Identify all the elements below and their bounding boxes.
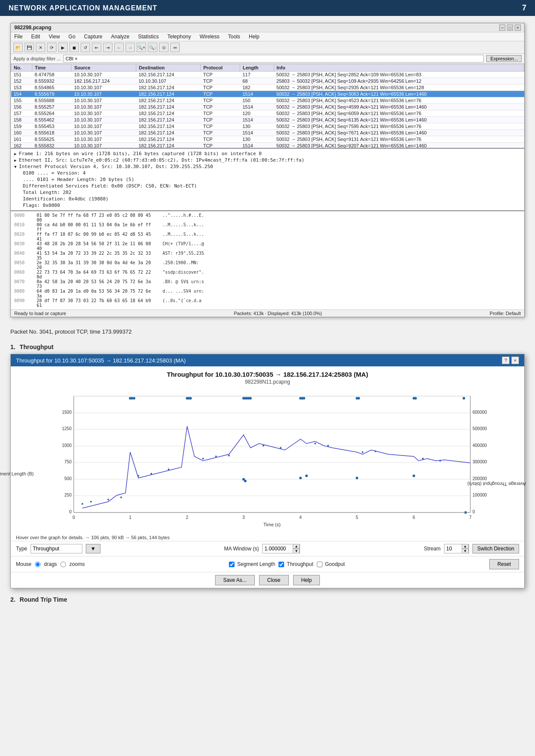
dialog-question-button[interactable]: ?	[502, 356, 510, 364]
toolbar-start[interactable]: ▶	[58, 43, 68, 52]
type-dropdown-btn[interactable]: ▼	[86, 544, 100, 553]
help-button[interactable]: Help	[293, 575, 320, 585]
table-row[interactable]: 1588.55546210.10.30.107182.156.217.124TC…	[11, 117, 524, 123]
minimize-button[interactable]: ─	[499, 25, 505, 31]
stream-up[interactable]: ▲	[462, 544, 469, 549]
detail-frame[interactable]: Frame 1: 216 bytes on wire (1728 bits), …	[14, 150, 521, 157]
hex-ascii: ..M.....S...k...	[163, 232, 204, 241]
cell-no: 159	[11, 123, 32, 130]
drags-label[interactable]: drags	[44, 561, 57, 567]
toolbar-close[interactable]: ✕	[36, 43, 45, 52]
table-row[interactable]: 1518.47475810.10.30.107182.156.217.124TC…	[11, 72, 524, 78]
cell-time: 8.555453	[32, 123, 72, 130]
detail-ip[interactable]: Internet Protocol Version 4, Src: 10.10.…	[14, 163, 521, 170]
cell-proto: TCP	[200, 104, 240, 110]
svg-text:0: 0	[472, 509, 475, 514]
toolbar-scroll-first[interactable]: ⇤	[92, 43, 101, 52]
ma-window-up[interactable]: ▲	[293, 544, 300, 549]
table-row[interactable]: 1608.55561810.10.30.107182.156.217.124TC…	[11, 130, 524, 136]
goodput-label[interactable]: Goodput	[325, 561, 345, 567]
statusbar: Ready to load or capture Packets: 413k ·…	[11, 309, 524, 317]
reset-button[interactable]: Reset	[489, 559, 519, 569]
menu-file[interactable]: File	[13, 33, 24, 40]
menu-analyze[interactable]: Analyze	[110, 33, 131, 40]
hex-row: 001000 ca 4d b0 00 00 01 11 53 04 0a 1e …	[14, 222, 521, 232]
hex-ascii: .BX: @ SV$ urn:s	[163, 279, 204, 289]
table-row[interactable]: 1628.55583210.10.30.107182.156.217.124TC…	[11, 143, 524, 148]
toolbar-zoom-out[interactable]: 🔍-	[148, 43, 157, 52]
menu-statistics[interactable]: Statistics	[136, 33, 160, 40]
toolbar-save[interactable]: 💾	[25, 43, 34, 52]
ma-window-down[interactable]: ▼	[293, 549, 300, 553]
menu-view[interactable]: View	[47, 33, 62, 40]
toolbar-zoom-reset[interactable]: ⊙	[159, 43, 169, 52]
mouse-radio-group: Mouse drags zooms	[16, 561, 84, 567]
toolbar-scroll-last[interactable]: ⇥	[103, 43, 113, 52]
drags-radio[interactable]	[35, 562, 41, 567]
segment-length-checkbox[interactable]	[229, 562, 235, 567]
cell-dst: 182.156.217.124	[136, 130, 200, 136]
segment-length-label[interactable]: Segment Length	[237, 561, 275, 567]
switch-direction-button[interactable]: Switch Direction	[472, 544, 519, 553]
menu-telephony[interactable]: Telephony	[166, 33, 193, 40]
table-row[interactable]: 1618.55562510.10.30.107182.156.217.124TC…	[11, 136, 524, 143]
close-dialog-button[interactable]: Close	[259, 575, 289, 585]
toolbar-stop[interactable]: ◼	[69, 43, 79, 52]
throughput-chart[interactable]: 0 250 500 750 1000 1250 1500 0 100000 20…	[48, 392, 505, 530]
expression-button[interactable]: Expression...	[486, 55, 522, 62]
hex-row: 000001 00 5e 7f ff fa 68 f7 23 e0 05 c2 …	[14, 213, 521, 222]
col-protocol: Protocol	[200, 64, 240, 72]
cell-info: 50032 → 25803 [PSH, ACK] Seq=4599 Ack=12…	[274, 104, 524, 110]
detail-version: 0100 .... = Version: 4	[14, 170, 521, 176]
detail-total-len: Total Length: 202	[14, 189, 521, 196]
stream-down[interactable]: ▼	[462, 549, 469, 553]
zooms-radio[interactable]	[60, 562, 66, 567]
close-window-button[interactable]: ×	[515, 25, 521, 31]
filter-input[interactable]	[63, 55, 484, 62]
type-input[interactable]	[31, 544, 82, 553]
toolbar-zoom-in[interactable]: 🔍+	[137, 43, 146, 52]
throughput-checkbox[interactable]	[278, 562, 284, 567]
cell-info: 50032 → 25803 [PSH, ACK] Seq=7595 Ack=12…	[274, 123, 524, 130]
menu-go[interactable]: Go	[67, 33, 77, 40]
svg-text:1000: 1000	[62, 443, 72, 448]
menu-edit[interactable]: Edit	[29, 33, 42, 40]
table-row[interactable]: 1548.55567910.10.30.107182.156.217.124TC…	[11, 91, 524, 97]
stream-input[interactable]	[444, 544, 462, 553]
menu-capture[interactable]: Capture	[82, 33, 104, 40]
section-1-title: Throughput	[20, 344, 54, 350]
table-row[interactable]: 1578.55526410.10.30.107182.156.217.124TC…	[11, 110, 524, 117]
svg-text:1250: 1250	[62, 426, 72, 431]
goodput-checkbox[interactable]	[317, 562, 322, 567]
filter-bar: Apply a display filter ... Expression...	[11, 54, 524, 64]
maximize-button[interactable]: □	[507, 25, 513, 31]
stream-spinner[interactable]: ▲ ▼	[444, 544, 469, 553]
menu-wireless[interactable]: Wireless	[198, 33, 221, 40]
cell-proto: TCP	[200, 117, 240, 123]
table-row[interactable]: 1568.55525710.10.30.107182.156.217.124TC…	[11, 104, 524, 110]
ma-window-spinner[interactable]: ▲ ▼	[262, 544, 300, 553]
toolbar-prev[interactable]: ←	[114, 43, 124, 52]
cell-len: 1514	[240, 130, 274, 136]
packet-list-container[interactable]: No. Time Source Destination Protocol Len…	[11, 64, 524, 148]
menu-tools[interactable]: Tools	[226, 33, 242, 40]
table-row[interactable]: 1558.55568810.10.30.107182.156.217.124TC…	[11, 97, 524, 104]
table-row[interactable]: 1528.555932182.156.217.12410.10.30.107TC…	[11, 78, 524, 84]
hex-bytes: 2e 32 35 30 3a 31 39 30 30 0d 0a 4d 4e 3…	[37, 260, 157, 270]
toolbar-next[interactable]: →	[125, 43, 135, 52]
hex-ascii: (..0s."{`ce.d.a	[163, 298, 201, 308]
table-row[interactable]: 1538.55486510.10.30.107182.156.217.124TC…	[11, 84, 524, 91]
save-as-button[interactable]: Save As...	[215, 575, 255, 585]
dialog-close-button[interactable]: ×	[511, 356, 519, 364]
table-row[interactable]: 1598.55545310.10.30.107182.156.217.124TC…	[11, 123, 524, 130]
toolbar-reload[interactable]: ⟳	[47, 43, 56, 52]
toolbar-restart[interactable]: ↺	[81, 43, 90, 52]
toolbar-resize-col[interactable]: ⇔	[170, 43, 180, 52]
throughput-label[interactable]: Throughput	[287, 561, 313, 567]
menu-help[interactable]: Help	[247, 33, 261, 40]
detail-ethernet[interactable]: Ethernet II, Src: Lcfu7e7e_e0:05:c2 (60:…	[14, 157, 521, 163]
ma-window-input[interactable]	[263, 544, 293, 553]
zooms-label[interactable]: zooms	[69, 561, 84, 567]
svg-text:0: 0	[72, 515, 75, 520]
toolbar-open[interactable]: 📂	[13, 43, 23, 52]
